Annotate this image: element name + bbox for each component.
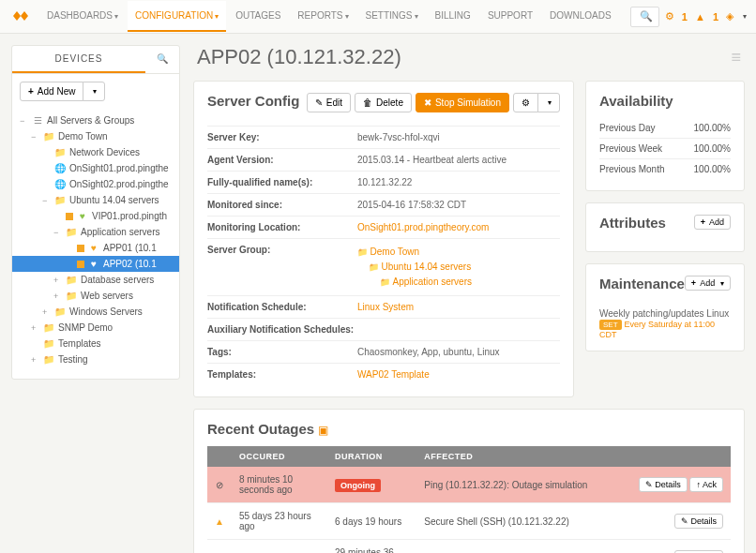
tree-item[interactable]: +📁Windows Servers bbox=[12, 304, 179, 320]
stop-simulation-button[interactable]: ✖ Stop Simulation bbox=[416, 93, 509, 112]
alert-icon[interactable]: ▲ bbox=[695, 11, 705, 22]
stop-label: Stop Simulation bbox=[435, 97, 501, 108]
tree-item[interactable]: ♥APP01 (10.1 bbox=[12, 240, 179, 256]
outage-occurred: 56 days ago bbox=[232, 540, 327, 554]
tree-toggle-icon[interactable]: − bbox=[42, 196, 51, 205]
tree-item[interactable]: +📁Database servers bbox=[12, 272, 179, 288]
tree-toggle-icon[interactable]: + bbox=[31, 323, 39, 333]
tree-item[interactable]: 🌐OnSight02.prod.pingthe bbox=[12, 176, 179, 192]
logo-small-icon[interactable]: ◈ bbox=[726, 10, 733, 22]
add-new-caret[interactable]: ▾ bbox=[83, 82, 105, 101]
add-new-button[interactable]: + Add New bbox=[20, 82, 83, 101]
tree-item[interactable]: 🌐OnSight01.prod.pingthe bbox=[12, 160, 179, 176]
details-button[interactable]: ✎ Details bbox=[639, 477, 688, 492]
server-key-label: Server Key: bbox=[207, 132, 357, 142]
tree-toggle-icon[interactable]: + bbox=[53, 276, 62, 285]
tags-label: Tags: bbox=[207, 347, 357, 357]
outage-icon: ⊘ bbox=[207, 467, 232, 503]
attributes-heading: Attributes bbox=[599, 215, 666, 231]
rss-icon[interactable]: ▣ bbox=[318, 424, 328, 437]
stack-icon: ☰ bbox=[32, 115, 43, 126]
nav-downloads[interactable]: DOWNLOADS bbox=[542, 1, 619, 32]
group-link[interactable]: Application servers bbox=[393, 276, 472, 287]
edit-label: Edit bbox=[326, 97, 342, 108]
nav-reports[interactable]: REPORTS▾ bbox=[290, 1, 355, 32]
tree-item[interactable]: +📁Testing bbox=[12, 351, 179, 367]
avail-label: Previous Day bbox=[599, 123, 655, 133]
tree-label: Network Devices bbox=[69, 147, 140, 157]
search-icon[interactable]: 🔍 bbox=[640, 10, 653, 22]
tree-item[interactable]: ♥APP02 (10.1 bbox=[12, 256, 179, 272]
sidebar: DEVICES 🔍 + Add New ▾ −☰All Servers & Gr… bbox=[11, 45, 180, 380]
folder-icon: 📁 bbox=[54, 195, 66, 205]
group-link[interactable]: Ubuntu 14.04 servers bbox=[382, 262, 472, 272]
heart-o-icon: ♥ bbox=[88, 243, 99, 253]
tree-item[interactable]: −📁Application servers bbox=[12, 224, 179, 240]
tree-item[interactable]: ♥VIP01.prod.pingth bbox=[12, 208, 179, 224]
tree-toggle-icon[interactable]: − bbox=[53, 228, 62, 237]
fqdn-value: 10.121.32.22 bbox=[357, 177, 560, 187]
chevron-down-icon[interactable]: ▾ bbox=[743, 12, 747, 21]
alert-badge: 1 bbox=[713, 11, 718, 22]
delete-button[interactable]: 🗑 Delete bbox=[355, 93, 412, 112]
attributes-card: Attributes + Add bbox=[585, 202, 745, 252]
notif-label: Notification Schedule: bbox=[207, 302, 357, 312]
nav-configuration[interactable]: CONFIGURATION▾ bbox=[128, 1, 226, 32]
nav-billing[interactable]: BILLING bbox=[428, 1, 478, 32]
tree-item[interactable]: −📁Demo Town bbox=[12, 128, 179, 144]
page-title: APP02 (10.121.32.22) bbox=[197, 45, 401, 69]
nav-settings[interactable]: SETTINGS▾ bbox=[358, 1, 426, 32]
nav-support[interactable]: SUPPORT bbox=[480, 1, 540, 32]
folder-icon: 📁 bbox=[66, 291, 77, 301]
tree-label: SNMP Demo bbox=[58, 322, 113, 333]
mon-since-value: 2015-04-16 17:58:32 CDT bbox=[357, 200, 560, 210]
tree-item[interactable]: 📁Templates bbox=[12, 336, 179, 351]
tree-toggle-icon[interactable]: + bbox=[53, 291, 62, 301]
nav-dashboards[interactable]: DASHBOARDS▾ bbox=[39, 1, 126, 32]
group-link[interactable]: Demo Town bbox=[370, 247, 420, 257]
tree-toggle-icon[interactable]: + bbox=[42, 307, 51, 317]
tree-item[interactable]: 📁Network Devices bbox=[12, 144, 179, 160]
tree-toggle-icon[interactable]: + bbox=[31, 355, 39, 365]
fqdn-label: Fully-qualified name(s): bbox=[207, 177, 357, 187]
maintenance-add-button[interactable]: + Add ▾ bbox=[685, 276, 731, 291]
mon-since-label: Monitored since: bbox=[207, 200, 357, 210]
tree-label: VIP01.prod.pingth bbox=[92, 211, 167, 221]
nav-outages[interactable]: OUTAGES bbox=[228, 1, 288, 32]
notif-value[interactable]: Linux System bbox=[357, 302, 560, 312]
tree-label: OnSight01.prod.pingthe bbox=[69, 163, 169, 173]
logo[interactable] bbox=[9, 7, 34, 26]
server-config-card: Server Config ✎ Edit 🗑 Delete ✖ Stop Sim… bbox=[193, 81, 574, 397]
gear-icon[interactable]: ⚙ bbox=[665, 10, 674, 22]
tree-item[interactable]: −📁Ubuntu 14.04 servers bbox=[12, 192, 179, 208]
tree-label: APP02 (10.1 bbox=[103, 259, 157, 269]
tmpl-label: Templates: bbox=[207, 369, 357, 380]
tmpl-value[interactable]: WAP02 Template bbox=[357, 369, 560, 380]
tab-devices[interactable]: DEVICES bbox=[12, 46, 145, 73]
outage-occurred: 55 days 23 hours ago bbox=[232, 503, 327, 540]
outage-duration: 29 minutes 36 seconds bbox=[327, 540, 416, 554]
attributes-add-button[interactable]: + Add bbox=[694, 215, 731, 230]
server-key-value: bewk-7vsc-hfol-xqvi bbox=[357, 132, 560, 142]
maintenance-badge: SET bbox=[599, 320, 622, 330]
maint-add-label: Add bbox=[700, 278, 715, 288]
tree-toggle-icon[interactable]: − bbox=[20, 116, 28, 126]
gear-caret[interactable]: ▾ bbox=[537, 93, 560, 112]
tree-toggle-icon[interactable]: − bbox=[31, 132, 39, 142]
tab-search[interactable]: 🔍 bbox=[145, 46, 179, 73]
avail-value: 100.00% bbox=[694, 123, 731, 133]
mon-loc-value[interactable]: OnSight01.prod.pingtheory.com bbox=[357, 222, 560, 232]
tree-item[interactable]: −☰All Servers & Groups bbox=[12, 112, 179, 128]
menu-icon[interactable]: ≡ bbox=[731, 48, 741, 67]
outage-affected: Ping (10.121.32.22): Outage simulation, bbox=[416, 540, 630, 554]
delete-label: Delete bbox=[376, 97, 403, 108]
folder-icon: 📁 bbox=[66, 227, 77, 237]
tree-item[interactable]: +📁Web servers bbox=[12, 288, 179, 304]
tree-item[interactable]: +📁SNMP Demo bbox=[12, 320, 179, 336]
gear-button[interactable]: ⚙ bbox=[513, 93, 538, 112]
details-button[interactable]: ✎ Details bbox=[674, 514, 723, 529]
ack-button[interactable]: ↑ Ack bbox=[689, 477, 723, 492]
add-new-label: Add New bbox=[38, 86, 76, 97]
edit-button[interactable]: ✎ Edit bbox=[307, 93, 351, 112]
search-box[interactable]: 🔍 bbox=[630, 7, 659, 27]
